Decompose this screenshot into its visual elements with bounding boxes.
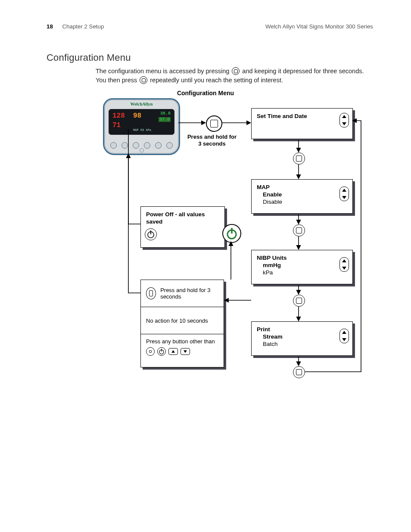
chapter-label: Chapter 2 Setup bbox=[62, 23, 104, 30]
section-intro: The configuration menu is accessed by pr… bbox=[96, 67, 371, 85]
cell-press-any: Press any button other than bbox=[140, 334, 224, 367]
device-stud bbox=[140, 148, 144, 152]
device-brand: WelchAllyn bbox=[104, 102, 179, 106]
figure-title: Configuration Menu bbox=[0, 90, 411, 96]
node-print: Print Stream Batch bbox=[251, 321, 353, 356]
down-button-icon bbox=[181, 348, 190, 355]
menu-button-icon bbox=[293, 152, 305, 165]
power-exit-icon bbox=[222, 224, 241, 243]
reading-temp1: 36.6 bbox=[160, 111, 171, 116]
cell-no-action: No action for 10 seconds bbox=[140, 307, 224, 334]
reading-temp2: 37.0 bbox=[159, 117, 171, 122]
power-icon bbox=[157, 347, 166, 356]
reading-dia: 71 bbox=[112, 121, 121, 129]
manual-page: 18 Chapter 2 Setup Welch Allyn Vital Sig… bbox=[0, 0, 411, 532]
menu-button-icon bbox=[146, 287, 156, 299]
menu-button-icon bbox=[293, 224, 305, 236]
page-number: 18 bbox=[47, 23, 53, 30]
node-map: MAP Enable Disable bbox=[251, 179, 353, 214]
page-header: 18 Chapter 2 Setup Welch Allyn Vital Sig… bbox=[47, 23, 373, 30]
product-name: Welch Allyn Vital Signs Monitor 300 Seri… bbox=[265, 23, 373, 30]
menu-button-icon bbox=[293, 295, 305, 307]
device-button-row bbox=[110, 142, 173, 149]
up-down-icon bbox=[339, 257, 349, 272]
node-power-off: Power Off - all values saved bbox=[140, 206, 225, 248]
up-down-icon bbox=[339, 329, 349, 343]
press-hold-label: Press and hold for 3 seconds bbox=[186, 134, 238, 147]
cell-press-hold: Press and hold for 3 seconds bbox=[140, 280, 224, 307]
up-button-icon bbox=[168, 348, 178, 355]
menu-button-icon bbox=[140, 76, 147, 84]
node-nibp-units: NIBP Units mmHg kPa bbox=[251, 250, 353, 284]
device-illustration: WelchAllyn 128 98 36.6 37.0 71 MAP 93 kP… bbox=[103, 98, 180, 155]
reading-sys: 128 bbox=[112, 112, 125, 120]
exit-conditions-stack: Press and hold for 3 seconds No action f… bbox=[140, 280, 224, 367]
menu-button-icon bbox=[232, 67, 240, 75]
menu-button-icon bbox=[146, 347, 155, 356]
reading-note: MAP 93 kPa bbox=[133, 128, 151, 132]
power-icon bbox=[145, 228, 157, 240]
up-down-icon bbox=[339, 113, 349, 128]
reading-spo2: 98 bbox=[133, 112, 141, 120]
menu-button-icon bbox=[206, 115, 222, 132]
device-screen: 128 98 36.6 37.0 71 MAP 93 kPa bbox=[109, 109, 174, 135]
node-set-time-date: Set Time and Date bbox=[251, 108, 353, 139]
section-title: Configuration Menu bbox=[47, 52, 131, 63]
up-down-icon bbox=[339, 187, 349, 201]
menu-button-icon bbox=[293, 366, 305, 378]
